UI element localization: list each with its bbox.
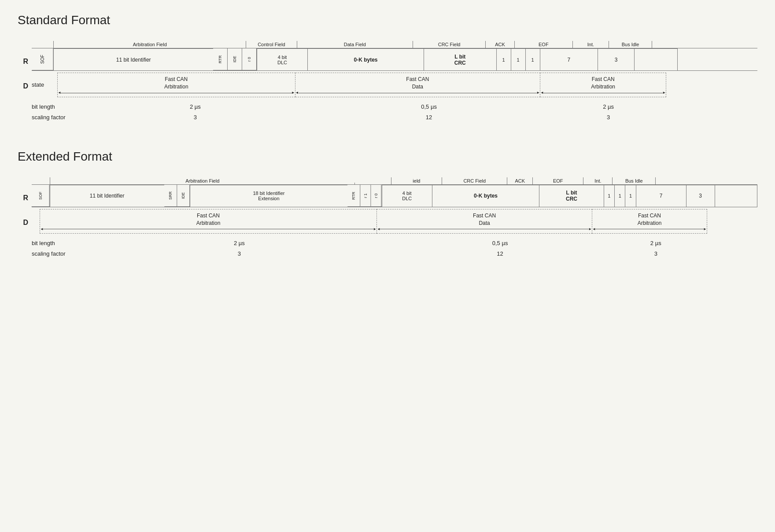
state-data-std: Fast CANData ◄ ► xyxy=(295,73,541,97)
cell-r0-std: r 0 xyxy=(242,48,257,70)
std-hdr-crc: CRC Field xyxy=(413,41,485,48)
scaling-factor-label-std: scaling factor xyxy=(32,112,80,123)
cell-ack3-ext: 1 xyxy=(625,185,635,207)
extended-state-boxes: Fast CANArbitration ◄ ► Fast CANData xyxy=(40,209,757,234)
cell-crc-std: L bitCRC xyxy=(424,48,496,70)
r-label-std: R xyxy=(18,49,28,74)
standard-metrics-row: bit length scaling factor 2 µs 3 0,5 µs … xyxy=(32,102,757,123)
ext-hdr-ack: ACK xyxy=(507,177,532,184)
extended-metrics-labels: bit length scaling factor xyxy=(32,238,80,260)
ext-bit-length-3: 2 µs xyxy=(650,238,661,249)
std-scale-3: 3 xyxy=(607,112,610,123)
std-bit-length-2: 0,5 µs xyxy=(421,102,437,113)
cell-data-ext: 0-K bytes xyxy=(432,185,539,207)
rd-labels-extended: R D xyxy=(18,172,28,235)
std-hdr-int: Int. xyxy=(572,41,609,48)
standard-format-title: Standard Format xyxy=(18,13,757,27)
cell-ack2-ext: 1 xyxy=(614,185,625,207)
std-scale-2: 12 xyxy=(426,112,432,123)
cell-ack1-ext: 1 xyxy=(604,185,614,207)
extended-frame: Arbitration Field ield CRC Field ACK EOF… xyxy=(32,172,757,260)
ext-hdr-arbitration: Arbitration Field xyxy=(50,177,354,184)
std-hdr-busidle: Bus Idle xyxy=(609,41,652,48)
std-hdr-control: Control Field xyxy=(246,41,296,48)
std-hdr-arbitration: Arbitration Field xyxy=(53,41,246,48)
ext-scale-1: 3 xyxy=(238,249,241,260)
cell-int-ext: 3 xyxy=(686,185,715,207)
scaling-factor-label-ext: scaling factor xyxy=(32,249,80,260)
cell-busidle-std xyxy=(634,48,678,70)
standard-format-section: Standard Format R D Arbitration Field Co… xyxy=(18,13,757,123)
standard-metric-2: 0,5 µs 12 xyxy=(310,102,547,123)
state-data-ext: Fast CANData ◄ ► xyxy=(377,209,592,234)
extended-header-row: Arbitration Field ield CRC Field ACK EOF… xyxy=(32,172,757,185)
cell-ack1-std: 1 xyxy=(496,48,511,70)
cell-r1-ext: r 1 xyxy=(360,185,371,207)
cell-ack3-std: 1 xyxy=(525,48,540,70)
std-bit-length-3: 2 µs xyxy=(603,102,614,113)
standard-metric-1: 2 µs 3 xyxy=(80,102,310,123)
cell-eof-ext: 7 xyxy=(636,185,686,207)
cell-ide-std: IDE xyxy=(228,48,242,70)
state-arb2-std: Fast CANArbitration ◄ ► xyxy=(540,73,666,97)
state-arb2-ext: Fast CANArbitration ◄ ► xyxy=(592,209,707,234)
extended-metrics-values: 2 µs 3 0,5 µs 12 2 µs 3 xyxy=(80,238,757,260)
standard-state-boxes: Fast CANArbitration ◄ ► Fast CANData xyxy=(57,73,757,97)
cell-11bit-ext: 11 bit Identifier xyxy=(50,185,164,207)
cell-18bit-ext: 18 bit IdentifierExtension xyxy=(190,185,347,207)
state-arb1-std: Fast CANArbitration ◄ ► xyxy=(57,73,295,97)
extended-format-title: Extended Format xyxy=(18,150,757,164)
standard-metrics-labels: bit length scaling factor xyxy=(32,102,80,123)
cell-crc-ext: L bitCRC xyxy=(539,185,603,207)
standard-metric-3: 2 µs 3 xyxy=(547,102,669,123)
cell-rtr-std: RTR xyxy=(213,48,228,70)
extended-state-row: Fast CANArbitration ◄ ► Fast CANData xyxy=(32,209,757,234)
cell-eof-std: 7 xyxy=(540,48,598,70)
standard-metrics-values: 2 µs 3 0,5 µs 12 2 µs 3 xyxy=(80,102,757,123)
cell-sof-ext: SOF xyxy=(32,185,50,207)
d-label-std: D xyxy=(18,74,28,99)
extended-metric-1: 2 µs 3 xyxy=(80,238,399,260)
ext-hdr-blank xyxy=(354,183,391,184)
cell-dlc-std: 4 bitDLC xyxy=(257,48,307,70)
standard-frame: Arbitration Field Control Field Data Fie… xyxy=(32,36,757,123)
extended-format-section: Extended Format R D Arbitration Field ie… xyxy=(18,150,757,260)
std-hdr-ack: ACK xyxy=(485,41,514,48)
ext-hdr-field: ield xyxy=(391,177,442,184)
standard-header-row: Arbitration Field Control Field Data Fie… xyxy=(32,36,757,48)
ext-hdr-int: Int. xyxy=(583,177,612,184)
ext-bit-length-1: 2 µs xyxy=(234,238,245,249)
cell-sof-std: SOF xyxy=(32,48,53,70)
cell-11bit-std: 11 bit Identifier xyxy=(53,48,213,70)
standard-cells-row: SOF 11 bit Identifier RTR IDE r 0 4 bitD… xyxy=(32,48,757,71)
extended-metric-2: 0,5 µs 12 xyxy=(399,238,602,260)
cell-data-std: 0-K bytes xyxy=(307,48,424,70)
standard-state-row: state Fast CANArbitration ◄ ► xyxy=(32,73,757,97)
std-scale-1: 3 xyxy=(194,112,197,123)
state-label-std: state xyxy=(32,81,54,88)
cell-busidle-ext xyxy=(715,185,757,207)
ext-scale-3: 3 xyxy=(654,249,657,260)
r-label-ext: R xyxy=(18,186,28,210)
cell-ack2-std: 1 xyxy=(511,48,525,70)
ext-scale-2: 12 xyxy=(497,249,503,260)
cell-srr-ext: SRR xyxy=(164,185,177,207)
page-content: Standard Format R D Arbitration Field Co… xyxy=(18,13,757,260)
std-hdr-eof: EOF xyxy=(514,41,572,48)
std-bit-length-1: 2 µs xyxy=(190,102,201,113)
ext-bit-length-2: 0,5 µs xyxy=(492,238,508,249)
ext-hdr-crc: CRC Field xyxy=(442,177,507,184)
extended-diagram-wrapper: R D Arbitration Field ield CRC Field ACK… xyxy=(18,172,757,260)
cell-int-std: 3 xyxy=(598,48,634,70)
rd-labels-standard: R D xyxy=(18,36,28,99)
extended-metrics-row: bit length scaling factor 2 µs 3 0,5 µs … xyxy=(32,238,757,260)
extended-metric-3: 2 µs 3 xyxy=(602,238,710,260)
extended-cells-row: SOF 11 bit Identifier SRR IDE 18 bit Ide… xyxy=(32,185,757,207)
cell-dlc-ext: 4 bitDLC xyxy=(382,185,432,207)
d-label-ext: D xyxy=(18,210,28,235)
cell-ide-ext: IDE xyxy=(177,185,190,207)
std-hdr-data: Data Field xyxy=(297,41,413,48)
ext-hdr-eof: EOF xyxy=(532,177,583,184)
cell-r0-ext: r 0 xyxy=(371,185,381,207)
ext-hdr-busidle: Bus Idle xyxy=(612,177,656,184)
